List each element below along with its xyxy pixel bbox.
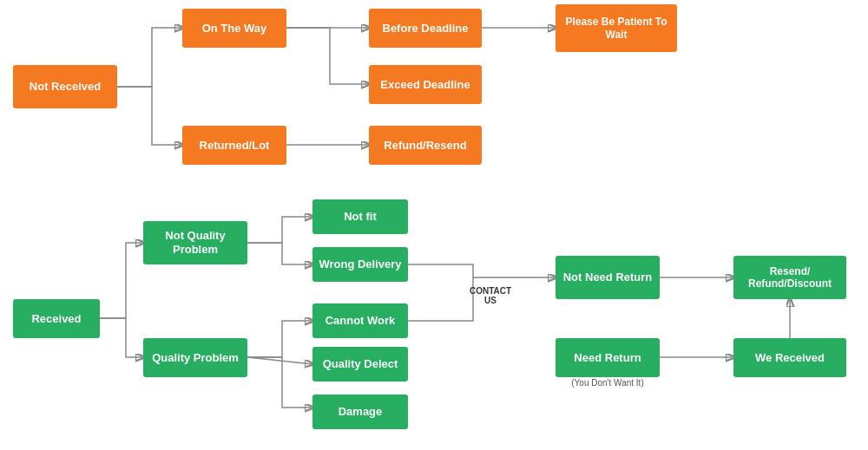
cannot-work-node: Cannot Work	[312, 303, 408, 338]
refund-resend-node: Refund/Resend	[369, 126, 482, 165]
before-deadline-node: Before Deadline	[369, 9, 482, 48]
exceed-deadline-node: Exceed Deadline	[369, 65, 482, 104]
returned-lot-node: Returned/Lot	[182, 126, 286, 165]
you-dont-want-label: (You Don't Want It)	[545, 378, 670, 388]
not-need-return-node: Not Need Return	[556, 256, 660, 299]
we-received-node: We Received	[733, 338, 846, 377]
need-return-node: Need Return	[556, 338, 660, 377]
not-fit-node: Not fit	[312, 199, 408, 234]
received-node: Received	[13, 299, 100, 338]
quality-defect-node: Quality Delect	[312, 347, 408, 382]
contact-us-label: CONTACT US	[469, 286, 512, 305]
damage-node: Damage	[312, 395, 408, 429]
flowchart-diagram: Not Received On The Way Returned/Lot Bef…	[0, 0, 868, 450]
not-received-node: Not Received	[13, 65, 117, 108]
please-be-patient-node: Please Be Patient To Wait	[556, 4, 677, 52]
on-the-way-node: On The Way	[182, 9, 286, 48]
wrong-delivery-node: Wrong Delivery	[312, 247, 408, 282]
resend-refund-node: Resend/ Refund/Discount	[733, 256, 846, 299]
quality-problem-node: Quality Problem	[143, 338, 247, 377]
not-quality-problem-node: Not Quality Problem	[143, 221, 247, 264]
